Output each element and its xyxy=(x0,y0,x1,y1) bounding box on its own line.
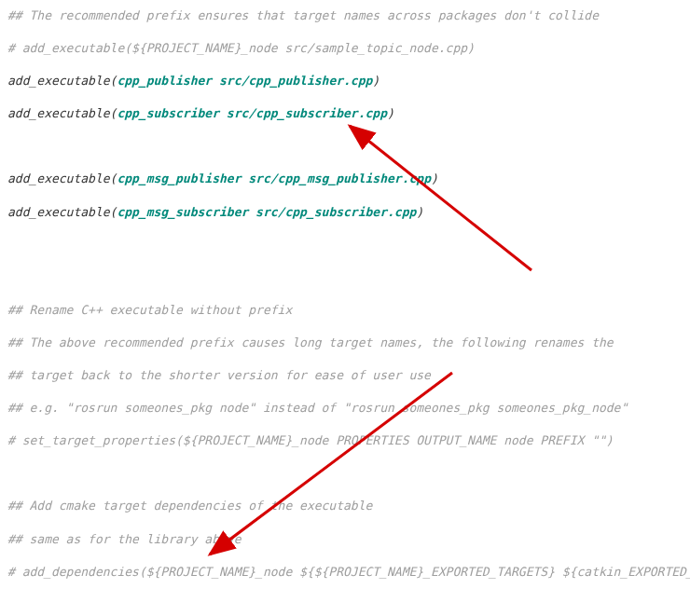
close-paren: ) xyxy=(431,171,438,185)
close-paren: ) xyxy=(387,106,394,120)
close-paren: ) xyxy=(416,205,423,219)
arg-literal: cpp_msg_publisher src/cpp_msg_publisher.… xyxy=(117,171,431,185)
code-block: ## The recommended prefix ensures that t… xyxy=(7,7,683,616)
arg-literal: cpp_subscriber src/cpp_subscriber.cpp xyxy=(117,106,387,120)
comment-line: ## The above recommended prefix causes l… xyxy=(7,335,614,349)
comment-line: ## The recommended prefix ensures that t… xyxy=(7,8,599,22)
arg-literal: cpp_publisher src/cpp_publisher.cpp xyxy=(117,74,372,88)
comment-line: # add_dependencies(${PROJECT_NAME}_node … xyxy=(7,565,690,579)
func-call: add_executable( xyxy=(7,106,117,120)
comment-line: ## target back to the shorter version fo… xyxy=(7,368,431,382)
func-call: add_executable( xyxy=(7,205,117,219)
arg-literal: cpp_msg_subscriber src/cpp_subscriber.cp… xyxy=(117,205,416,219)
func-call: add_executable( xyxy=(7,171,117,185)
comment-line: # add_executable(${PROJECT_NAME}_node sr… xyxy=(7,41,475,55)
comment-line: ## Rename C++ executable without prefix xyxy=(7,303,292,317)
comment-line: # set_target_properties(${PROJECT_NAME}_… xyxy=(7,433,614,447)
func-call: add_executable( xyxy=(7,74,117,88)
close-paren: ) xyxy=(372,74,380,88)
comment-line: ## same as for the library above xyxy=(7,532,241,546)
comment-line: ## e.g. "rosrun someones_pkg node" inste… xyxy=(7,401,628,415)
comment-line: ## Add cmake target dependencies of the … xyxy=(7,499,372,513)
